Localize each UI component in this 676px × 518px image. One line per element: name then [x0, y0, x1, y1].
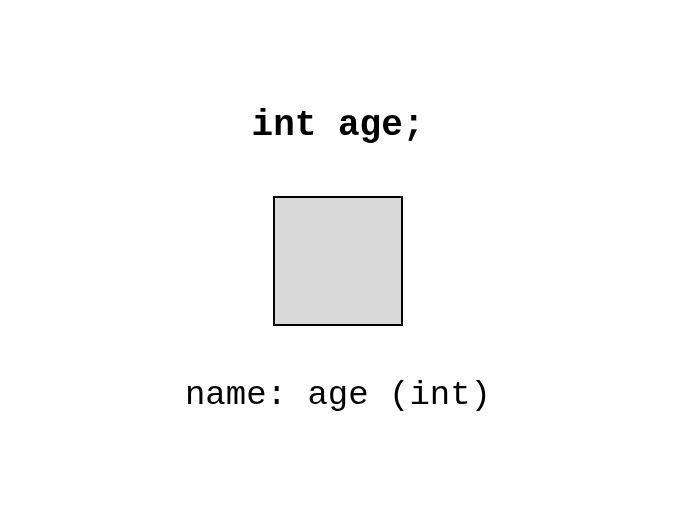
variable-label: name: age (int)	[185, 376, 491, 414]
variable-declaration: int age;	[252, 105, 425, 146]
memory-box	[273, 196, 403, 326]
